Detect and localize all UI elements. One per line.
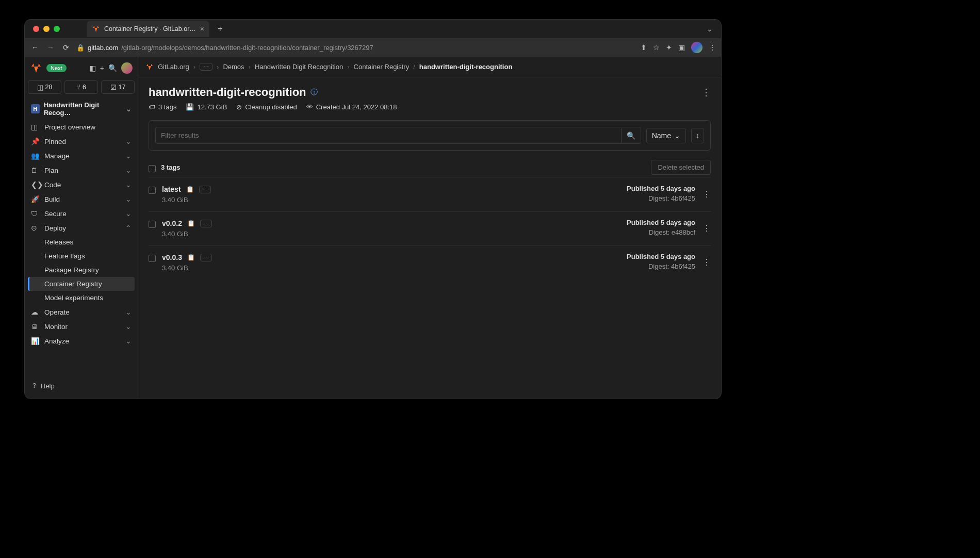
browser-tab[interactable]: Container Registry · GitLab.or… × <box>87 21 209 37</box>
sidebar-item-secure[interactable]: 🛡 Secure ⌄ <box>28 206 135 221</box>
tag-name[interactable]: latest <box>162 185 181 193</box>
project-switcher[interactable]: H Handwritten Digit Recog… ⌄ <box>28 98 135 120</box>
sidebar-sub-feature-flags[interactable]: Feature flags <box>28 249 135 263</box>
merge-icon: ⑂ <box>76 84 80 91</box>
tag-size: 3.40 GiB <box>162 264 212 272</box>
copy-icon[interactable]: 📋 <box>186 253 196 262</box>
maximize-window-icon[interactable] <box>54 26 60 32</box>
user-avatar[interactable] <box>121 62 133 74</box>
copy-icon[interactable]: 📋 <box>186 219 196 228</box>
select-all-checkbox[interactable] <box>149 165 156 172</box>
tag-more-icon[interactable]: ⋯ <box>200 254 212 261</box>
tag-row: v0.0.2📋⋯3.40 GiBPublished 5 days agoDige… <box>149 211 711 245</box>
tag-more-icon[interactable]: ⋯ <box>200 220 212 227</box>
sidebar-item-overview[interactable]: ◫ Project overview <box>28 120 135 134</box>
meta-created-label: Created Jul 24, 2022 08:18 <box>316 103 397 111</box>
sidebar-item-plan[interactable]: 🗒 Plan ⌄ <box>28 163 135 177</box>
filter-input[interactable] <box>156 127 621 143</box>
share-icon[interactable]: ⬆ <box>641 43 647 52</box>
sidebar-sub-package-registry[interactable]: Package Registry <box>28 263 135 277</box>
tag-checkbox[interactable] <box>149 221 156 228</box>
info-icon[interactable]: ⓘ <box>311 88 318 97</box>
crumb-overflow[interactable]: ⋯ <box>200 63 213 71</box>
sidepanel-icon[interactable]: ▣ <box>678 43 685 52</box>
crumb-root[interactable]: GitLab.org <box>158 63 189 71</box>
help-button[interactable]: ？ Help <box>28 377 135 395</box>
plus-icon[interactable]: + <box>100 64 104 72</box>
tag-actions-icon[interactable]: ⋮ <box>703 257 711 267</box>
tag-actions-icon[interactable]: ⋮ <box>703 189 711 199</box>
search-icon[interactable]: 🔍 <box>108 64 117 72</box>
sidebar-item-code[interactable]: ❮❯ Code ⌄ <box>28 177 135 192</box>
tag-name[interactable]: v0.0.3 <box>162 253 182 261</box>
gitlab-icon <box>92 25 100 33</box>
url-field[interactable]: 🔒 gitlab.com/gitlab-org/modelops/demos/h… <box>76 44 635 52</box>
browser-tabbar: Container Registry · GitLab.or… × + ⌄ <box>25 20 721 38</box>
chevron-down-icon: ⌄ <box>125 337 132 345</box>
chevron-up-icon: ⌃ <box>125 224 132 232</box>
browser-actions: ⬆ ☆ ✦ ▣ ⋮ <box>641 42 716 53</box>
search-button[interactable]: 🔍 <box>621 128 641 143</box>
gitlab-logo-icon[interactable] <box>30 62 42 74</box>
new-tab-button[interactable]: + <box>214 22 226 36</box>
star-icon[interactable]: ☆ <box>653 43 660 52</box>
copy-icon[interactable]: 📋 <box>185 185 195 194</box>
cleanup-icon: ⊘ <box>236 103 242 111</box>
sidebar-item-deploy[interactable]: ⊙ Deploy ⌃ <box>28 221 135 235</box>
meta-row: 🏷3 tags 💾12.73 GiB ⊘Cleanup disabled 👁Cr… <box>149 103 711 111</box>
delete-selected-button[interactable]: Delete selected <box>651 160 711 175</box>
sidebar-item-label: Secure <box>44 210 67 218</box>
sidebar-item-monitor[interactable]: 🖥 Monitor ⌄ <box>28 319 135 334</box>
close-tab-icon[interactable]: × <box>200 25 204 33</box>
page-actions-icon[interactable]: ⋮ <box>701 87 711 98</box>
meta-created: 👁Created Jul 24, 2022 08:18 <box>306 103 397 111</box>
sidebar-stats: ◫ 28 ⑂ 6 ☑ 17 <box>28 78 135 98</box>
mrs-stat[interactable]: ⑂ 6 <box>64 80 98 94</box>
tag-checkbox[interactable] <box>149 187 156 194</box>
address-bar: ← → ⟳ 🔒 gitlab.com/gitlab-org/modelops/d… <box>25 38 721 57</box>
minimize-window-icon[interactable] <box>43 26 50 32</box>
back-button[interactable]: ← <box>30 43 40 52</box>
sidebar-top: Next ◧ + 🔍 <box>28 61 135 78</box>
meta-size-label: 12.73 GiB <box>197 103 227 111</box>
tag-more-icon[interactable]: ⋯ <box>199 186 211 193</box>
disk-icon: 💾 <box>186 103 194 111</box>
sidebar-sub-model-experiments[interactable]: Model experiments <box>28 291 135 305</box>
tabs-overflow-icon[interactable]: ⌄ <box>703 23 717 35</box>
chevron-right-icon: › <box>217 63 219 71</box>
analyze-icon: 📊 <box>31 337 39 345</box>
meta-cleanup-label: Cleanup disabled <box>245 103 297 111</box>
build-icon: 🚀 <box>31 195 39 203</box>
sidebar-collapse-icon[interactable]: ◧ <box>89 64 96 72</box>
crumb-demos[interactable]: Demos <box>223 63 244 71</box>
tag-actions-icon[interactable]: ⋮ <box>703 223 711 233</box>
tag-size: 3.40 GiB <box>162 196 211 204</box>
browser-menu-icon[interactable]: ⋮ <box>709 43 716 52</box>
sidebar-item-manage[interactable]: 👥 Manage ⌄ <box>28 149 135 163</box>
url-host: gitlab.com <box>88 44 118 52</box>
close-window-icon[interactable] <box>33 26 39 32</box>
tag-published: Published 5 days ago <box>627 185 695 192</box>
chevron-down-icon: ⌄ <box>674 132 680 140</box>
sort-select[interactable]: Name ⌄ <box>646 128 686 143</box>
tag-name[interactable]: v0.0.2 <box>162 219 182 227</box>
crumb-registry[interactable]: Container Registry <box>354 63 410 71</box>
sidebar-item-analyze[interactable]: 📊 Analyze ⌄ <box>28 334 135 348</box>
reload-button[interactable]: ⟳ <box>61 43 71 52</box>
sidebar-item-build[interactable]: 🚀 Build ⌄ <box>28 192 135 206</box>
tag-digest: Digest: e488bcf <box>627 228 695 236</box>
todos-stat[interactable]: ☑ 17 <box>101 80 135 94</box>
forward-button[interactable]: → <box>45 43 56 52</box>
extensions-icon[interactable]: ✦ <box>666 43 672 52</box>
sidebar-sub-container-registry[interactable]: Container Registry <box>28 277 135 291</box>
deploy-icon: ⊙ <box>31 224 39 232</box>
sidebar-item-pinned[interactable]: 📌 Pinned ⌄ <box>28 134 135 149</box>
crumb-project[interactable]: Handwritten Digit Recognition <box>255 63 343 71</box>
sort-direction-button[interactable]: ↕ <box>691 128 704 143</box>
profile-avatar[interactable] <box>691 42 703 53</box>
tag-checkbox[interactable] <box>149 255 156 262</box>
chevron-right-icon: › <box>249 63 251 71</box>
sidebar-sub-releases[interactable]: Releases <box>28 235 135 249</box>
issues-stat[interactable]: ◫ 28 <box>28 80 61 94</box>
sidebar-item-operate[interactable]: ☁ Operate ⌄ <box>28 305 135 319</box>
